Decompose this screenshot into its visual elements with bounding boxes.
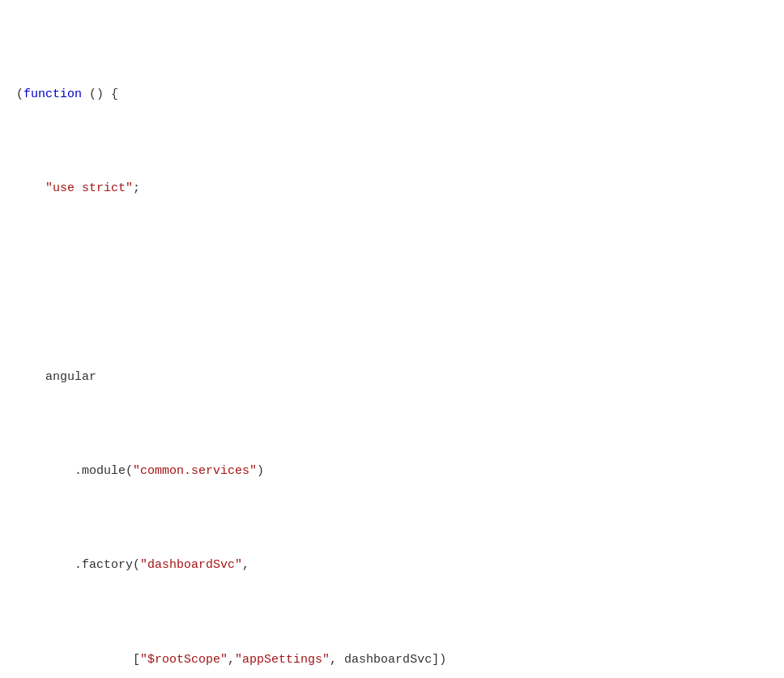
line-1: (function () { (16, 85, 768, 104)
code-editor: (function () { "use strict"; angular .mo… (0, 0, 784, 678)
line-2: "use strict"; (16, 179, 768, 198)
code-content: (function () { "use strict"; angular .mo… (0, 10, 784, 678)
line-7: ["$rootScope","appSettings", dashboardSv… (16, 650, 768, 669)
line-3 (16, 274, 768, 292)
line-6: .factory("dashboardSvc", (16, 556, 768, 574)
line-4: angular (16, 368, 768, 386)
line-5: .module("common.services") (16, 462, 768, 480)
